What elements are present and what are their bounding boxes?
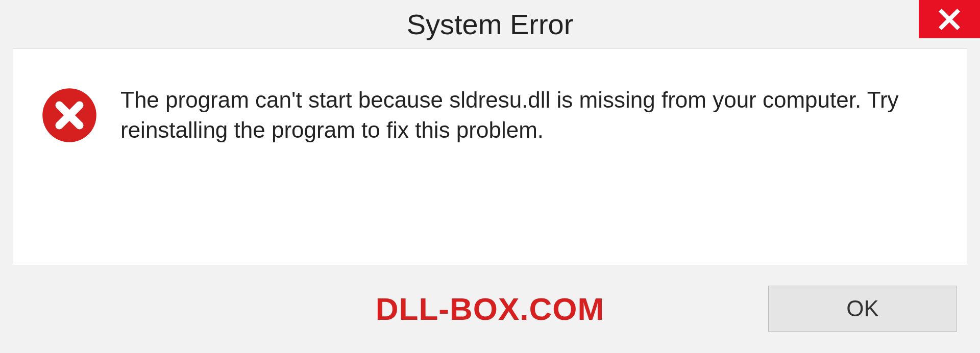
- dialog-footer: DLL-BOX.COM OK: [0, 265, 980, 352]
- dialog-body: The program can't start because sldresu.…: [13, 48, 967, 265]
- ok-button-label: OK: [846, 296, 879, 321]
- dialog-title: System Error: [407, 8, 574, 41]
- system-error-dialog: System Error The program can't start bec…: [0, 0, 980, 353]
- error-message: The program can't start because sldresu.…: [120, 85, 912, 145]
- close-icon: [938, 8, 961, 31]
- ok-button[interactable]: OK: [768, 286, 957, 332]
- watermark-text: DLL-BOX.COM: [376, 291, 604, 327]
- error-icon: [41, 87, 97, 145]
- titlebar: System Error: [0, 0, 980, 48]
- close-button[interactable]: [919, 0, 980, 38]
